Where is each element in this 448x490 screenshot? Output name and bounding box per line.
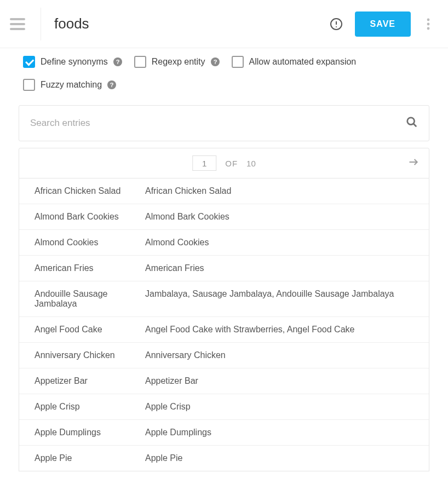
table-row[interactable]: Andouille Sausage JambalayaJambalaya, Sa… <box>19 281 429 317</box>
checkbox-fuzzy-matching[interactable] <box>23 79 35 91</box>
entries-table: African Chicken SaladAfrican Chicken Sal… <box>19 178 429 471</box>
table-row[interactable]: Apple CrispApple Crisp <box>19 394 429 420</box>
entry-synonyms: Apple Dumplings <box>145 428 429 437</box>
save-button[interactable]: SAVE <box>355 11 411 37</box>
entry-term: Anniversary Chicken <box>19 350 145 360</box>
table-row[interactable]: African Chicken SaladAfrican Chicken Sal… <box>19 178 429 204</box>
header-divider <box>41 8 41 41</box>
option-regexp-entity: Regexp entity ? <box>134 56 220 68</box>
entry-synonyms: Apple Pie <box>145 453 429 463</box>
help-icon[interactable]: ? <box>107 80 116 89</box>
entry-term: Angel Food Cake <box>19 325 145 335</box>
page-header: foods SAVE <box>0 0 448 48</box>
page-title: foods <box>54 15 330 32</box>
svg-text:?: ? <box>116 59 119 65</box>
checkbox-regexp-entity[interactable] <box>134 56 146 68</box>
entry-term: Apple Dumplings <box>19 428 145 437</box>
entry-synonyms: Anniversary Chicken <box>145 350 429 360</box>
pager-next-button[interactable] <box>408 157 419 170</box>
help-icon[interactable]: ? <box>211 57 220 66</box>
entry-term: Appetizer Bar <box>19 376 145 386</box>
entry-synonyms: American Fries <box>145 263 429 273</box>
svg-point-3 <box>427 18 430 21</box>
entity-options: Define synonyms ? Regexp entity ? Allow … <box>0 48 448 95</box>
pager-of-label: OF <box>225 159 238 168</box>
entry-term: American Fries <box>19 263 145 273</box>
entry-synonyms: Appetizer Bar <box>145 376 429 386</box>
search-icon[interactable] <box>406 116 418 130</box>
entry-term: Almond Bark Cookies <box>19 212 145 222</box>
svg-point-12 <box>407 118 415 125</box>
help-icon[interactable]: ? <box>113 57 122 66</box>
menu-button[interactable] <box>4 11 31 37</box>
table-row[interactable]: Almond Bark CookiesAlmond Bark Cookies <box>19 204 429 230</box>
pager: OF 10 <box>19 148 429 178</box>
entry-term: Almond Cookies <box>19 238 145 247</box>
checkbox-allow-expansion[interactable] <box>232 56 244 68</box>
search-input[interactable] <box>30 118 406 129</box>
option-fuzzy-matching: Fuzzy matching ? <box>23 79 116 91</box>
label-fuzzy-matching: Fuzzy matching <box>41 80 102 90</box>
svg-point-5 <box>427 27 430 30</box>
page-number-input[interactable] <box>192 155 216 171</box>
table-row[interactable]: Angel Food CakeAngel Food Cake with Stra… <box>19 317 429 343</box>
checkbox-define-synonyms[interactable] <box>23 56 35 68</box>
entry-synonyms: African Chicken Salad <box>145 186 429 196</box>
entry-synonyms: Almond Bark Cookies <box>145 212 429 222</box>
label-allow-expansion: Allow automated expansion <box>249 57 357 67</box>
label-define-synonyms: Define synonyms <box>41 57 108 67</box>
label-regexp-entity: Regexp entity <box>152 57 205 67</box>
table-row[interactable]: Apple DumplingsApple Dumplings <box>19 420 429 446</box>
entry-synonyms: Jambalaya, Sausage Jambalaya, Andouille … <box>145 289 429 309</box>
more-menu-button[interactable] <box>417 13 439 35</box>
table-row[interactable]: Apple PieApple Pie <box>19 446 429 471</box>
option-allow-expansion: Allow automated expansion <box>232 56 357 68</box>
entry-term: Apple Crisp <box>19 402 145 412</box>
table-row[interactable]: American FriesAmerican Fries <box>19 256 429 281</box>
svg-point-2 <box>336 26 337 27</box>
svg-text:?: ? <box>213 59 217 65</box>
svg-line-13 <box>413 124 417 127</box>
entry-synonyms: Angel Food Cake with Strawberries, Angel… <box>145 325 429 335</box>
entry-term: African Chicken Salad <box>19 186 145 196</box>
table-row[interactable]: Anniversary ChickenAnniversary Chicken <box>19 343 429 368</box>
pager-total: 10 <box>246 159 256 168</box>
alert-icon[interactable] <box>330 18 343 31</box>
entry-term: Apple Pie <box>19 453 145 463</box>
table-row[interactable]: Appetizer BarAppetizer Bar <box>19 368 429 394</box>
svg-text:?: ? <box>110 82 114 88</box>
entry-synonyms: Apple Crisp <box>145 402 429 412</box>
entry-term: Andouille Sausage Jambalaya <box>19 289 145 309</box>
pager-controls: OF 10 <box>192 155 256 171</box>
svg-point-4 <box>427 22 430 25</box>
option-define-synonyms: Define synonyms ? <box>23 56 122 68</box>
table-row[interactable]: Almond CookiesAlmond Cookies <box>19 230 429 256</box>
search-container <box>19 105 429 141</box>
entry-synonyms: Almond Cookies <box>145 238 429 247</box>
